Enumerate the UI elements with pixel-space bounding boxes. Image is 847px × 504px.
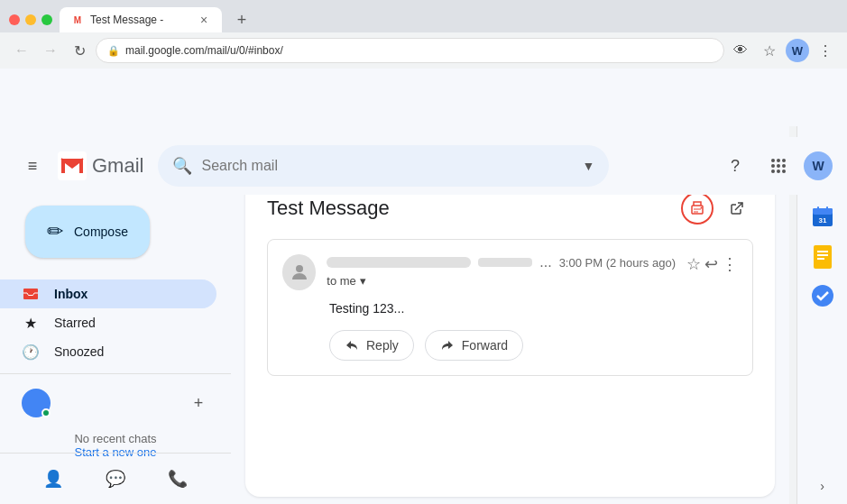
tab-title: Test Message - — [90, 14, 191, 26]
address-text: mail.google.com/mail/u/0/#inbox/ — [125, 44, 713, 57]
back-button[interactable]: ← — [9, 38, 34, 63]
sidebar-footer: 👤 💬 📞 — [0, 453, 231, 504]
email-message-container: ... 3:00 PM (2 hours ago) to me ▾ ☆ ↩ ⋮ — [267, 239, 753, 376]
sidebar-inbox-label: Inbox — [54, 287, 202, 301]
new-chat-button[interactable]: 💬 — [101, 464, 130, 493]
sidebar-snoozed-label: Snoozed — [54, 344, 202, 359]
forward-arrow-icon — [440, 338, 455, 353]
sidebar-item-snoozed[interactable]: 🕐 Snoozed — [0, 337, 216, 366]
spy-icon[interactable]: 👁 — [728, 38, 753, 63]
minimize-button[interactable] — [25, 14, 36, 25]
refresh-button[interactable]: ↻ — [67, 38, 92, 63]
keep-icon — [810, 243, 835, 269]
new-contact-button[interactable]: 👤 — [39, 464, 68, 493]
inbox-icon — [22, 285, 40, 303]
sender-row: ... 3:00 PM (2 hours ago) — [327, 254, 676, 270]
bookmark-button[interactable]: ☆ — [757, 38, 782, 63]
tasks-button[interactable] — [805, 278, 841, 314]
compose-label: Compose — [74, 225, 128, 239]
snoozed-icon: 🕐 — [22, 343, 40, 361]
sidebar-item-inbox[interactable]: Inbox — [0, 279, 216, 308]
address-bar[interactable]: 🔒 mail.google.com/mail/u/0/#inbox/ — [96, 38, 724, 63]
compose-plus-icon: ✏ — [47, 220, 63, 243]
right-sidebar-expand-button[interactable]: › — [820, 475, 824, 497]
print-button[interactable] — [681, 192, 714, 225]
email-meta: ... 3:00 PM (2 hours ago) to me ▾ ☆ ↩ ⋮ — [282, 254, 738, 290]
email-subject-text: Test Message — [267, 197, 390, 220]
email-more-button[interactable]: ⋮ — [722, 254, 738, 274]
keep-button[interactable] — [805, 238, 841, 274]
svg-point-8 — [777, 170, 780, 173]
print-icon — [689, 200, 705, 216]
maximize-button[interactable] — [41, 14, 52, 25]
email-header-actions: ☆ ↩ ⋮ — [686, 254, 738, 274]
search-input[interactable] — [201, 158, 573, 174]
menu-button[interactable]: ≡ — [14, 148, 51, 184]
phone-button[interactable]: 📞 — [163, 464, 192, 493]
apps-button[interactable] — [760, 148, 796, 184]
open-new-icon — [729, 200, 745, 216]
svg-point-40 — [812, 285, 833, 307]
reply-label: Reply — [366, 338, 399, 353]
help-button[interactable]: ? — [717, 148, 753, 184]
email-timestamp: 3:00 PM (2 hours ago) — [559, 256, 676, 270]
sender-email-blurred — [478, 258, 532, 267]
svg-point-6 — [782, 164, 786, 168]
svg-point-1 — [771, 159, 775, 162]
search-dropdown-arrow[interactable]: ▼ — [583, 159, 595, 173]
email-view: Test Message — [245, 178, 775, 497]
email-reply-area: Reply Forward — [282, 330, 738, 361]
to-label: to me — [327, 274, 356, 288]
reply-arrow-icon — [345, 338, 359, 353]
forward-label: Forward — [462, 338, 508, 353]
svg-point-5 — [777, 164, 780, 168]
svg-rect-39 — [817, 258, 824, 260]
quick-reply-button[interactable]: ↩ — [704, 254, 718, 274]
tab-favicon: M — [70, 13, 85, 27]
tab-close-button[interactable]: × — [197, 13, 211, 27]
svg-rect-37 — [817, 251, 828, 252]
sidebar-nav: Inbox ★ Starred 🕐 Snoozed — [0, 279, 231, 366]
sender-name-blurred — [327, 257, 471, 268]
header-profile-button[interactable]: W — [804, 151, 833, 180]
search-bar[interactable]: 🔍 ▼ — [158, 145, 609, 187]
svg-rect-38 — [817, 254, 828, 256]
browser-tab[interactable]: M Test Message - × — [60, 7, 222, 32]
svg-point-3 — [782, 159, 786, 162]
email-sender-info: ... 3:00 PM (2 hours ago) to me ▾ — [327, 254, 676, 288]
star-button[interactable]: ☆ — [686, 254, 701, 274]
email-body-text: Testing 123... — [329, 301, 738, 316]
svg-point-29 — [701, 207, 703, 209]
gmail-logo-text: Gmail — [92, 154, 143, 178]
sender-avatar — [282, 254, 316, 290]
to-dropdown-icon[interactable]: ▾ — [360, 274, 366, 288]
traffic-lights — [9, 14, 52, 25]
new-tab-button[interactable]: + — [229, 7, 254, 32]
compose-button[interactable]: ✏ Compose — [25, 206, 150, 258]
avatar-icon — [289, 261, 310, 283]
browser-profile-button[interactable]: W — [786, 39, 809, 62]
forward-button[interactable]: → — [38, 38, 63, 63]
svg-rect-35 — [826, 206, 828, 211]
browser-more-button[interactable]: ⋮ — [813, 38, 838, 63]
sidebar-item-starred[interactable]: ★ Starred — [0, 308, 216, 337]
email-body: Testing 123... — [282, 301, 738, 316]
tasks-icon — [810, 283, 835, 308]
browser-nav-bar: ← → ↻ 🔒 mail.google.com/mail/u/0/#inbox/… — [0, 32, 847, 69]
open-in-new-button[interactable] — [721, 192, 753, 225]
close-button[interactable] — [9, 14, 20, 25]
calendar-icon: 31 — [810, 204, 835, 229]
svg-point-4 — [771, 164, 775, 168]
reply-button[interactable]: Reply — [329, 330, 414, 361]
search-icon: 🔍 — [172, 156, 192, 176]
forward-button[interactable]: Forward — [425, 330, 523, 361]
gmail-header: ≡ Gmail 🔍 ▼ ? — [0, 137, 847, 195]
svg-point-2 — [777, 159, 780, 162]
starred-icon: ★ — [22, 314, 40, 332]
sender-dots: ... — [539, 254, 551, 270]
gmail-logo-icon — [58, 151, 87, 180]
calendar-button[interactable]: 31 — [805, 198, 841, 234]
add-chat-button[interactable]: + — [188, 392, 209, 414]
svg-rect-10 — [23, 289, 38, 299]
online-indicator — [41, 408, 51, 417]
